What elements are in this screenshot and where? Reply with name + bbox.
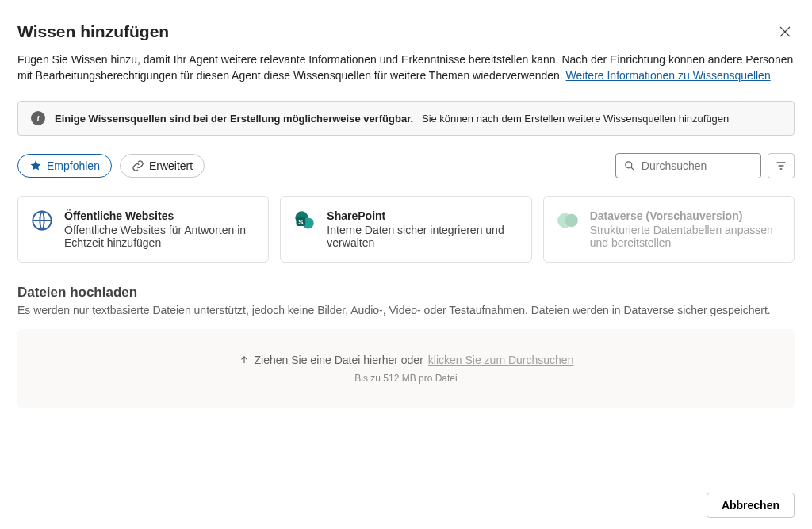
card-desc: Interne Daten sicher integrieren und ver…	[327, 224, 518, 249]
sharepoint-icon: S	[293, 209, 316, 232]
svg-point-11	[565, 214, 577, 227]
svg-line-1	[631, 167, 634, 170]
filter-button[interactable]	[768, 153, 795, 178]
card-sharepoint[interactable]: S SharePoint Interne Daten sicher integr…	[280, 196, 531, 263]
dialog-description: Fügen Sie Wissen hinzu, damit Ihr Agent …	[17, 52, 795, 83]
filter-icon	[775, 159, 787, 172]
tab-featured-label: Empfohlen	[47, 159, 100, 172]
dialog-title: Wissen hinzufügen	[17, 22, 169, 41]
cancel-button[interactable]: Abbrechen	[707, 493, 795, 518]
search-box[interactable]	[615, 153, 761, 178]
tab-advanced-label: Erweitert	[149, 159, 193, 172]
dataverse-icon	[557, 209, 579, 232]
drag-text: Ziehen Sie eine Datei hierher oder	[255, 354, 423, 366]
browse-link[interactable]: klicken Sie zum Durchsuchen	[428, 354, 574, 366]
star-icon	[29, 159, 42, 172]
upload-icon	[239, 355, 250, 366]
globe-icon	[31, 209, 53, 232]
tab-advanced[interactable]: Erweitert	[120, 154, 205, 178]
close-button[interactable]	[776, 22, 795, 44]
dialog-footer: Abbrechen	[0, 481, 812, 529]
card-desc: Strukturierte Datentabellen anpassen und…	[590, 224, 781, 249]
info-bold: Einige Wissensquellen sind bei der Erste…	[55, 113, 413, 125]
card-title: Dataverse (Vorschauversion)	[590, 209, 781, 222]
link-icon	[132, 159, 144, 172]
card-dataverse[interactable]: Dataverse (Vorschauversion) Strukturiert…	[543, 196, 795, 263]
close-icon	[779, 25, 791, 38]
tab-featured[interactable]: Empfohlen	[17, 154, 112, 178]
info-icon: i	[31, 111, 45, 125]
upload-section-title: Dateien hochladen	[17, 285, 795, 301]
upload-section-subtitle: Es werden nur textbasierte Dateien unter…	[17, 304, 795, 316]
info-banner: i Einige Wissensquellen sind bei der Ers…	[17, 101, 795, 136]
card-title: SharePoint	[327, 209, 518, 222]
card-title: Öffentliche Websites	[64, 209, 255, 222]
search-input[interactable]	[642, 159, 753, 172]
info-rest: Sie können nach dem Erstellen weitere Wi…	[422, 113, 729, 125]
card-public-websites[interactable]: Öffentliche Websites Öffentliche Website…	[17, 196, 269, 263]
svg-point-0	[626, 162, 632, 168]
upload-limit: Bis zu 512 MB pro Datei	[354, 373, 457, 384]
card-desc: Öffentliche Websites für Antworten in Ec…	[64, 224, 255, 249]
learn-more-link[interactable]: Weitere Informationen zu Wissensquellen	[566, 69, 771, 82]
file-dropzone[interactable]: Ziehen Sie eine Datei hierher oder klick…	[17, 329, 795, 408]
svg-text:S: S	[299, 218, 304, 226]
search-icon	[624, 159, 635, 172]
